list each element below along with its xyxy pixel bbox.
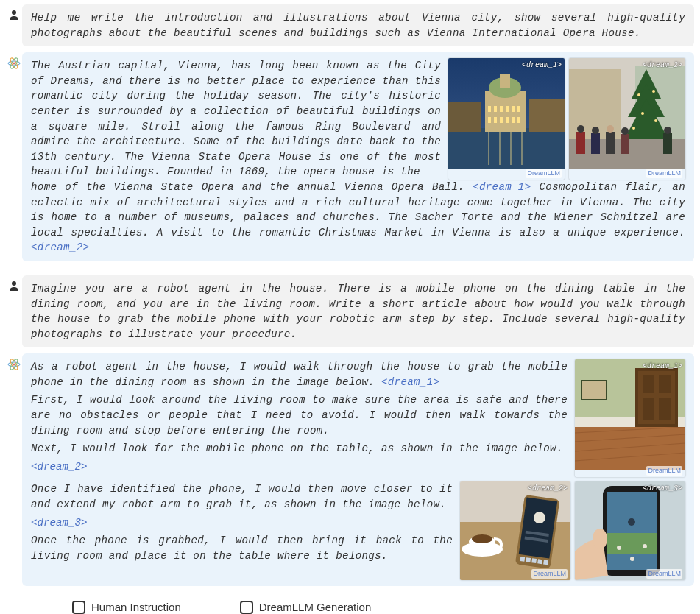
svg-rect-21: [506, 117, 509, 123]
svg-rect-42: [591, 133, 600, 154]
svg-rect-81: [526, 558, 531, 563]
conv2-user-text: Imagine you are a robot agent in the hou…: [31, 283, 685, 340]
svg-point-49: [664, 127, 671, 134]
svg-rect-69: [582, 381, 606, 399]
svg-rect-80: [520, 557, 525, 562]
svg-rect-64: [643, 375, 654, 393]
svg-point-54: [13, 364, 15, 366]
svg-rect-7: [448, 102, 481, 132]
svg-point-43: [592, 127, 599, 134]
svg-rect-8: [529, 99, 565, 132]
watermark: DreamLLM: [646, 169, 682, 178]
conv1-images: <dream_1> DreamLLM: [448, 58, 685, 180]
svg-point-50: [12, 281, 16, 286]
conv2-ai-text-bottom: Once I have identified the phone, I woul…: [31, 481, 453, 580]
conv1-ai-text-top: The Austrian capital, Vienna, has long b…: [31, 58, 441, 180]
conv1-ai-text-bottom: home of the Vienna State Opera and the a…: [31, 180, 685, 255]
svg-rect-14: [500, 106, 503, 112]
conv2-image-2: <dream_2> DreamLLM: [460, 481, 570, 580]
svg-rect-44: [606, 132, 615, 154]
watermark: DreamLLM: [531, 569, 568, 579]
dream-ref: <dream_2>: [31, 461, 88, 473]
svg-point-91: [643, 544, 647, 548]
legend-ai: DreamLLM Generation: [240, 599, 372, 614]
legend-label: Human Instruction: [91, 599, 181, 614]
conv2-image-3: <dream_3> DreamLLM: [575, 481, 685, 580]
svg-rect-11: [500, 74, 510, 88]
ai-icon: [6, 52, 22, 70]
image-tag: <dream_1>: [522, 60, 562, 71]
svg-rect-48: [663, 133, 672, 154]
watermark: DreamLLM: [646, 569, 682, 579]
dream-ref: <dream_1>: [473, 181, 531, 193]
conv2-ai-row: As a robot agent in the house, I would w…: [6, 353, 694, 586]
svg-rect-16: [512, 106, 515, 112]
svg-point-89: [628, 518, 635, 526]
conv2-ai-bubble: As a robot agent in the house, I would w…: [22, 353, 694, 586]
legend-human: Human Instruction: [72, 599, 181, 614]
conv1-user-bubble: Help me write the introduction and illus…: [22, 4, 694, 46]
image-tag: <dream_2>: [643, 60, 682, 71]
user-icon: [6, 4, 22, 21]
watermark: DreamLLM: [526, 169, 562, 178]
dream-ref: <dream_1>: [381, 376, 439, 388]
conv2-user-row: Imagine you are a robot agent in the hou…: [6, 275, 694, 347]
dream-ref: <dream_2>: [31, 241, 89, 253]
svg-rect-23: [517, 117, 520, 123]
image-tag: <dream_3>: [643, 484, 682, 495]
checkbox-icon: [72, 601, 85, 614]
svg-point-47: [621, 127, 629, 135]
svg-point-93: [593, 529, 607, 549]
svg-rect-15: [506, 106, 509, 112]
image-tag: <dream_1>: [643, 361, 682, 373]
conv1-user-row: Help me write the introduction and illus…: [6, 4, 694, 46]
svg-point-90: [617, 546, 621, 550]
ai-icon: [6, 353, 22, 371]
watermark: DreamLLM: [646, 466, 682, 476]
conv1-image-2: <dream_2> DreamLLM: [569, 58, 685, 180]
svg-point-38: [632, 127, 635, 130]
svg-rect-18: [488, 117, 491, 123]
svg-rect-66: [643, 398, 654, 420]
svg-rect-83: [537, 560, 542, 565]
svg-rect-88: [607, 533, 657, 554]
conv1-image-1: <dream_1> DreamLLM: [448, 58, 565, 180]
svg-rect-82: [531, 559, 537, 564]
svg-rect-6: [448, 128, 565, 169]
svg-point-41: [577, 125, 584, 133]
svg-rect-46: [621, 134, 629, 154]
svg-rect-13: [494, 106, 497, 112]
conv2-user-bubble: Imagine you are a robot agent in the hou…: [22, 275, 694, 347]
checkbox-icon: [240, 601, 253, 614]
image-tag: <dream_2>: [528, 484, 568, 495]
svg-point-35: [652, 90, 655, 93]
conv1-ai-row: The Austrian capital, Vienna, has long b…: [6, 52, 694, 261]
svg-point-37: [654, 119, 657, 122]
svg-rect-12: [488, 106, 491, 112]
conv1-user-text: Help me write the introduction and illus…: [31, 12, 685, 39]
svg-point-34: [637, 93, 640, 96]
conv2-ai-text-top: As a robot agent in the house, I would w…: [31, 359, 568, 477]
user-icon: [6, 275, 22, 292]
svg-rect-65: [659, 375, 671, 393]
legend-label: DreamLLM Generation: [259, 599, 372, 614]
svg-point-74: [472, 534, 492, 543]
svg-point-45: [607, 125, 614, 133]
svg-rect-19: [494, 117, 497, 123]
conv2-images-bottom: <dream_2> DreamLLM: [460, 481, 685, 580]
svg-rect-20: [500, 117, 503, 123]
svg-rect-22: [512, 117, 515, 123]
svg-rect-84: [543, 560, 548, 565]
legend: Human Instruction DreamLLM Generation: [6, 592, 694, 614]
svg-rect-67: [659, 398, 671, 420]
svg-point-0: [12, 10, 16, 15]
conv2-image-1: <dream_1> DreamLLM: [575, 359, 685, 477]
divider: [6, 269, 694, 269]
svg-point-36: [641, 112, 644, 115]
svg-point-4: [13, 63, 15, 65]
svg-rect-40: [576, 132, 585, 154]
dream-ref: <dream_3>: [31, 517, 88, 529]
svg-point-92: [630, 557, 634, 561]
conv1-ai-bubble: The Austrian capital, Vienna, has long b…: [22, 52, 694, 261]
svg-rect-17: [517, 106, 520, 112]
